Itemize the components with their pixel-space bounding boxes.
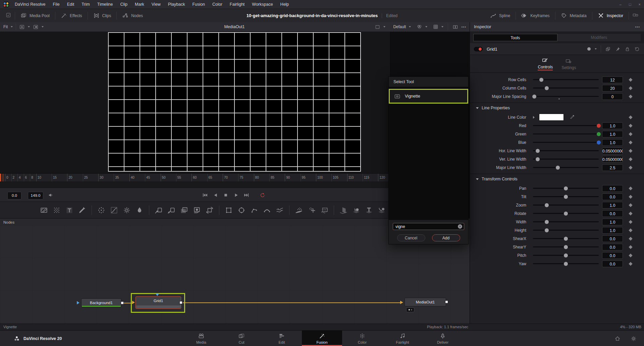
grid1-input-icon[interactable] bbox=[132, 301, 135, 304]
speaker-icon[interactable] bbox=[48, 192, 54, 198]
page-color[interactable]: Color bbox=[342, 331, 382, 346]
color-curves-tool-button[interactable] bbox=[108, 205, 120, 216]
node-tile-color-button[interactable] bbox=[587, 47, 591, 51]
height-keyframe-button[interactable] bbox=[623, 229, 638, 232]
pitch-slider[interactable] bbox=[533, 251, 599, 260]
project-manager-button[interactable] bbox=[614, 336, 621, 342]
page-deliver[interactable]: Deliver bbox=[423, 331, 463, 346]
menu-item-timeline[interactable]: Timeline bbox=[94, 0, 117, 9]
merge-3d-tool-button[interactable] bbox=[375, 205, 388, 216]
project-settings-button[interactable] bbox=[631, 336, 637, 342]
sheary-value[interactable]: 0.0 bbox=[602, 244, 623, 250]
chevron-down-icon[interactable] bbox=[595, 48, 597, 50]
page-media[interactable]: Media bbox=[181, 331, 221, 346]
go-to-end-button[interactable] bbox=[244, 192, 250, 198]
blur-tool-button[interactable] bbox=[95, 205, 108, 216]
rotate-slider[interactable] bbox=[533, 209, 599, 218]
pemitter-tool-button[interactable] bbox=[292, 205, 305, 216]
background-tool-button[interactable] bbox=[38, 205, 50, 216]
play-button[interactable] bbox=[233, 192, 239, 198]
tilt-slider[interactable] bbox=[533, 192, 599, 201]
effects-button[interactable]: Effects bbox=[55, 12, 87, 19]
nodes-button[interactable]: Nodes bbox=[117, 12, 148, 19]
page-edit[interactable]: Edit bbox=[262, 331, 302, 346]
chevron-down-icon[interactable] bbox=[383, 26, 385, 27]
chevron-down-icon[interactable] bbox=[11, 26, 13, 27]
range-out-field[interactable]: 149.0 bbox=[28, 192, 43, 199]
ellipse-mask-tool-button[interactable] bbox=[235, 205, 248, 216]
merge-tool-button[interactable] bbox=[178, 205, 191, 216]
minimize-button[interactable]: – bbox=[620, 2, 622, 6]
menu-item-mark[interactable]: Mark bbox=[131, 0, 148, 9]
green-slider[interactable] bbox=[533, 130, 599, 138]
height-slider[interactable] bbox=[533, 226, 599, 234]
ver-line-width-keyframe-button[interactable] bbox=[623, 158, 638, 161]
yaw-keyframe-button[interactable] bbox=[623, 263, 638, 265]
guide-overlay-icon[interactable] bbox=[433, 24, 438, 30]
pan-keyframe-button[interactable] bbox=[623, 187, 638, 190]
matte-control-tool-button[interactable] bbox=[191, 205, 203, 216]
menu-item-view[interactable]: View bbox=[148, 0, 164, 9]
inspector-options-button[interactable]: ••• bbox=[635, 22, 640, 32]
yaw-value[interactable]: 0.0 bbox=[602, 261, 623, 267]
roi-button[interactable] bbox=[375, 24, 380, 30]
glow-tool-button[interactable] bbox=[133, 205, 146, 216]
gain-gamma-button[interactable] bbox=[33, 24, 39, 30]
blue-slider[interactable] bbox=[533, 138, 599, 147]
dual-screen-button[interactable] bbox=[629, 12, 642, 19]
section-line-properties[interactable]: Line Properties bbox=[470, 103, 644, 113]
green-keyframe-button[interactable] bbox=[623, 133, 638, 135]
clear-search-icon[interactable]: × bbox=[458, 224, 462, 229]
zoom-value[interactable]: 1.0 bbox=[602, 202, 623, 209]
node-enable-toggle[interactable] bbox=[474, 47, 483, 51]
transform-tool-button[interactable] bbox=[203, 205, 216, 216]
lut-select[interactable]: Default bbox=[393, 24, 406, 29]
menu-item-color[interactable]: Color bbox=[209, 0, 226, 9]
tool-item-vignette[interactable]: Vignette bbox=[389, 89, 468, 104]
blue-value[interactable]: 1.0 bbox=[602, 139, 623, 146]
versions-icon[interactable] bbox=[605, 46, 611, 52]
zoom-keyframe-button[interactable] bbox=[623, 204, 638, 207]
row-cells-value[interactable]: 12 bbox=[602, 76, 623, 83]
zoom-slider[interactable] bbox=[533, 201, 599, 209]
column-cells-slider[interactable] bbox=[533, 84, 599, 92]
text-plus-tool-button[interactable] bbox=[63, 205, 76, 216]
channel-select-button[interactable] bbox=[19, 24, 25, 30]
blue-keyframe-button[interactable] bbox=[623, 141, 638, 144]
major-line-spacing-keyframe-button[interactable] bbox=[623, 95, 638, 98]
sheary-keyframe-button[interactable] bbox=[623, 246, 638, 248]
menu-item-help[interactable]: Help bbox=[277, 0, 293, 9]
menu-item-clip[interactable]: Clip bbox=[117, 0, 131, 9]
spline-warp-tool-button[interactable] bbox=[273, 205, 286, 216]
section-transform-controls[interactable]: Transform Controls bbox=[470, 174, 644, 184]
add-button[interactable]: Add bbox=[432, 234, 460, 241]
pan-slider[interactable] bbox=[533, 184, 599, 192]
hor-line-width-keyframe-button[interactable] bbox=[623, 150, 638, 152]
tab-controls[interactable]: Controls bbox=[538, 57, 553, 70]
mediaout1-output-icon[interactable] bbox=[445, 300, 448, 303]
rectangle-mask-tool-button[interactable] bbox=[222, 205, 235, 216]
height-value[interactable]: 1.0 bbox=[602, 227, 623, 234]
keyframes-button[interactable]: Keyframes bbox=[516, 12, 555, 19]
menu-item-trim[interactable]: Trim bbox=[78, 0, 94, 9]
shearx-slider[interactable] bbox=[533, 234, 599, 243]
loader-tool-button[interactable] bbox=[152, 205, 165, 216]
major-line-width-value[interactable]: 2.5 bbox=[602, 164, 623, 171]
media-pool-button[interactable]: Media Pool bbox=[15, 12, 55, 19]
polygon-mask-tool-button[interactable] bbox=[248, 205, 261, 216]
tab-settings[interactable]: Settings bbox=[561, 58, 576, 70]
close-button[interactable]: × bbox=[639, 2, 641, 6]
menu-item-file[interactable]: File bbox=[49, 0, 63, 9]
pin-icon[interactable] bbox=[615, 46, 621, 52]
major-line-spacing-value[interactable]: 0 bbox=[602, 93, 623, 100]
rotate-keyframe-button[interactable] bbox=[623, 212, 638, 215]
column-cells-keyframe-button[interactable] bbox=[623, 87, 638, 90]
timeline-ruler[interactable]: 0246810152025303540455055606570758085909… bbox=[0, 173, 390, 182]
image-plane-3d-tool-button[interactable] bbox=[337, 205, 350, 216]
eyedropper-icon[interactable] bbox=[570, 114, 575, 120]
width-slider[interactable] bbox=[533, 218, 599, 226]
connection-grid1-mediaout1[interactable] bbox=[183, 302, 401, 303]
node-background1[interactable]: Background1 bbox=[81, 298, 121, 307]
range-in-field[interactable]: 0.0 bbox=[7, 192, 21, 199]
tilt-keyframe-button[interactable] bbox=[623, 195, 638, 198]
